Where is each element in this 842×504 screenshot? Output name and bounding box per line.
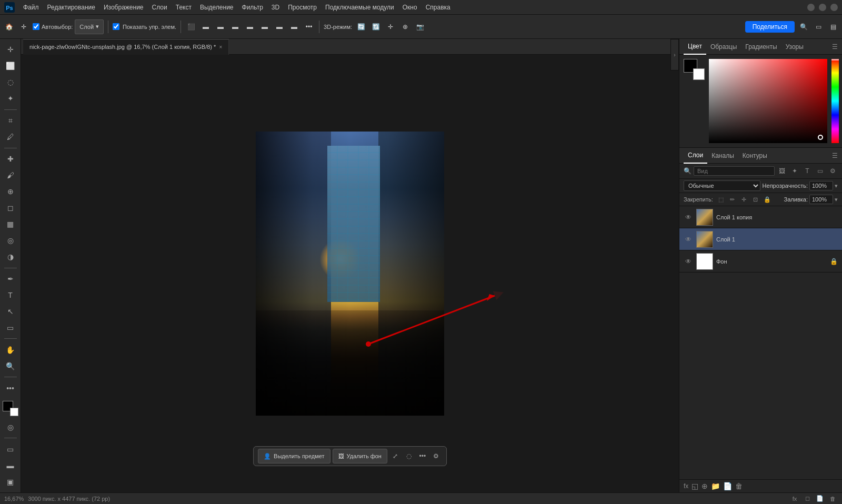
layers-panel-menu[interactable]: ☰ — [832, 152, 838, 159]
panel-toggle-button[interactable]: › — [670, 39, 679, 70]
layer-row-1[interactable]: 👁 Слой 1 — [679, 228, 842, 250]
filter-type-icon[interactable]: 🖼 — [777, 166, 787, 176]
tool-gradient[interactable]: ▦ — [3, 217, 18, 232]
tool-blur[interactable]: ◎ — [3, 233, 18, 248]
color-panel-menu[interactable]: ☰ — [832, 43, 838, 51]
move-tool-icon[interactable]: ✛ — [18, 21, 29, 33]
tool-magic-wand[interactable]: ✦ — [3, 91, 18, 106]
tool-text[interactable]: T — [3, 287, 18, 303]
tool-screen-mode[interactable]: ▭ — [3, 441, 18, 457]
tool-path-select[interactable]: ↖ — [3, 304, 18, 319]
status-delete-icon[interactable]: 🗑 — [827, 493, 838, 504]
dist-v-icon[interactable]: ▬ — [288, 21, 300, 33]
filter-text-icon[interactable]: T — [802, 166, 813, 176]
tab-gradients[interactable]: Градиенты — [741, 39, 781, 55]
lock-transparent-icon[interactable]: ⬚ — [716, 195, 726, 204]
document-tab[interactable]: nick-page-zlw0owIGNtc-unsplash.jpg @ 16,… — [23, 39, 229, 55]
lock-all-icon[interactable]: 🔒 — [763, 195, 772, 204]
align-right-icon[interactable]: ▬ — [215, 21, 226, 33]
align-top-icon[interactable]: ▬ — [229, 21, 241, 33]
autofill-checkbox[interactable] — [33, 23, 39, 30]
menu-edit[interactable]: Редактирование — [47, 4, 95, 11]
tool-dodge[interactable]: ◑ — [3, 249, 18, 265]
blend-mode-select[interactable]: Обычные — [684, 180, 760, 191]
delete-layer-icon[interactable]: 🗑 — [735, 482, 743, 490]
tool-move[interactable]: ✛ — [3, 42, 18, 57]
menu-layer[interactable]: Слои — [152, 4, 167, 11]
tool-shape[interactable]: ▭ — [3, 320, 18, 335]
fill-input[interactable] — [809, 195, 833, 204]
hue-slider[interactable] — [831, 59, 839, 143]
3d-slide-icon[interactable]: ⊕ — [399, 21, 411, 33]
tab-patterns[interactable]: Узоры — [781, 39, 808, 55]
status-new-icon[interactable]: 📄 — [815, 493, 825, 504]
share-button[interactable]: Поделиться — [745, 21, 795, 33]
show-controls-checkbox[interactable] — [113, 23, 119, 30]
tab-swatches[interactable]: Образцы — [706, 39, 741, 55]
tool-pen[interactable]: ✒ — [3, 271, 18, 287]
tab-color[interactable]: Цвет — [684, 39, 706, 55]
layer-dropdown[interactable]: Слой ▾ — [75, 19, 104, 34]
filter-smart-icon[interactable]: ⚙ — [827, 166, 838, 176]
close-button[interactable] — [830, 4, 838, 11]
fill-chevron-icon[interactable]: ▾ — [835, 196, 838, 203]
tool-screen-mode2[interactable]: ▬ — [3, 458, 18, 473]
lock-paint-icon[interactable]: ✏ — [728, 195, 737, 204]
tab-layers[interactable]: Слои — [684, 148, 707, 164]
tool-hand[interactable]: ✋ — [3, 342, 18, 357]
background-swatch[interactable] — [693, 68, 705, 80]
tool-marquee[interactable]: ⬜ — [3, 58, 18, 74]
fx-icon[interactable]: fx — [684, 482, 688, 490]
align-left-icon[interactable]: ⬛ — [185, 21, 197, 33]
layer-row-copy[interactable]: 👁 Слой 1 копия — [679, 206, 842, 228]
menu-help[interactable]: Справка — [426, 4, 450, 11]
lock-artboard-icon[interactable]: ⊡ — [751, 195, 760, 204]
layer-visibility-1[interactable]: 👁 — [684, 235, 693, 244]
select-subject-button[interactable]: 👤 Выделить предмет — [258, 449, 330, 463]
panels-icon[interactable]: ▤ — [827, 21, 839, 33]
menu-file[interactable]: Файл — [23, 4, 39, 11]
layers-search-input[interactable] — [694, 166, 775, 176]
search-icon[interactable]: 🔍 — [798, 21, 809, 33]
more-options-icon[interactable]: ••• — [303, 21, 315, 33]
align-center-icon[interactable]: ▬ — [200, 21, 212, 33]
maximize-button[interactable] — [819, 4, 826, 11]
more-canvas-icon[interactable]: ••• — [417, 450, 428, 462]
settings-canvas-icon[interactable]: ⚙ — [430, 450, 442, 462]
tool-quickmask[interactable]: ◎ — [3, 419, 18, 435]
3d-camera-icon[interactable]: 📷 — [414, 21, 426, 33]
menu-window[interactable]: Окно — [403, 4, 417, 11]
tool-more[interactable]: ••• — [3, 380, 18, 396]
menu-filter[interactable]: Фильтр — [242, 4, 263, 11]
status-fx-icon[interactable]: fx — [789, 493, 800, 504]
tool-eraser[interactable]: ◻ — [3, 200, 18, 216]
background-color-tool[interactable] — [10, 408, 18, 416]
tool-clone[interactable]: ⊕ — [3, 184, 18, 199]
menu-view[interactable]: Просмотр — [288, 4, 317, 11]
remove-background-button[interactable]: 🖼 Удалить фон — [333, 449, 387, 463]
tab-close-icon[interactable]: × — [219, 44, 222, 50]
add-mask-icon[interactable]: ◱ — [691, 482, 698, 490]
tool-zoom[interactable]: 🔍 — [3, 358, 18, 374]
group-layers-icon[interactable]: 📁 — [711, 482, 720, 490]
dist-h-icon[interactable]: ▬ — [274, 21, 285, 33]
add-adjustment-icon[interactable]: ⊕ — [701, 482, 708, 490]
3d-rotate-icon[interactable]: 🔄 — [355, 21, 367, 33]
minimize-button[interactable] — [807, 4, 815, 11]
tool-crop[interactable]: ⌗ — [3, 113, 18, 128]
status-mask-icon[interactable]: ◻ — [802, 493, 813, 504]
3d-pan-icon[interactable]: ✛ — [385, 21, 396, 33]
workspace-icon[interactable]: ▭ — [813, 21, 824, 33]
menu-plugins[interactable]: Подключаемые модули — [325, 4, 394, 11]
menu-select[interactable]: Выделение — [200, 4, 234, 11]
layer-visibility-bg[interactable]: 👁 — [684, 257, 693, 266]
filter-adjustments-icon[interactable]: ✦ — [789, 166, 800, 176]
3d-roll-icon[interactable]: 🔃 — [370, 21, 382, 33]
circle-icon[interactable]: ◌ — [403, 450, 415, 462]
lock-move-icon[interactable]: ✛ — [739, 195, 749, 204]
resize-icon[interactable]: ⤢ — [389, 450, 401, 462]
menu-image[interactable]: Изображение — [104, 4, 144, 11]
align-mid-icon[interactable]: ▬ — [244, 21, 256, 33]
menu-text[interactable]: Текст — [176, 4, 192, 11]
tool-spot-heal[interactable]: ✚ — [3, 152, 18, 167]
